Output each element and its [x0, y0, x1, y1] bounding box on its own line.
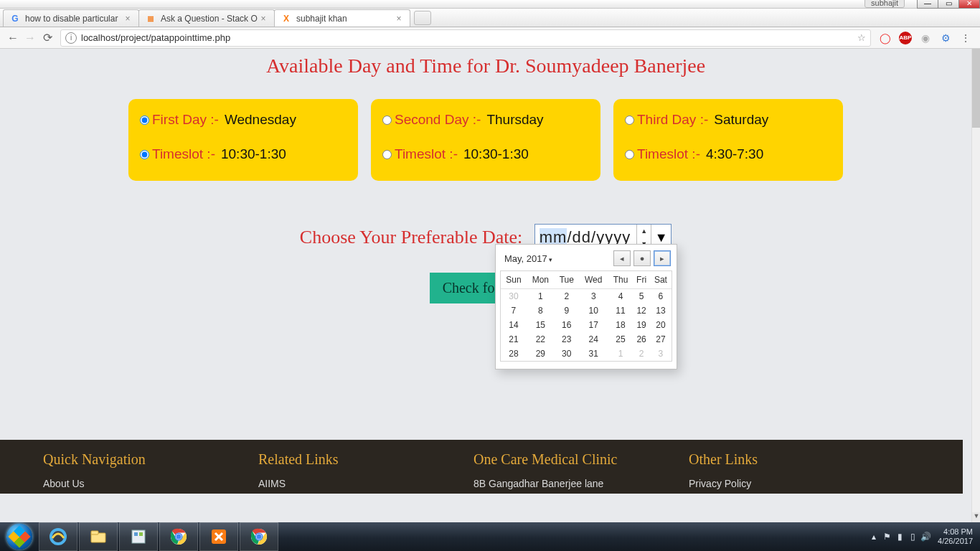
tab-close-icon[interactable]: ×	[394, 14, 404, 24]
abp-extension-icon[interactable]: ABP	[897, 30, 913, 46]
footer-link[interactable]: AIIMS	[258, 478, 473, 489]
calendar-day[interactable]: 8	[527, 303, 555, 318]
timeslot-label: Timeslot :-	[395, 146, 458, 162]
vertical-scrollbar[interactable]: ▼	[971, 49, 980, 522]
tab-favicon: X	[281, 13, 292, 24]
tray-clock[interactable]: 4:08 PM 4/26/2017	[938, 527, 973, 546]
footer-col-title: Quick Navigation	[43, 451, 258, 468]
calendar-day[interactable]: 13	[650, 303, 672, 318]
tab-close-icon[interactable]: ×	[123, 14, 133, 24]
calendar-day[interactable]: 29	[527, 347, 555, 361]
calendar-day[interactable]: 25	[608, 332, 633, 347]
calendar-day[interactable]: 5	[633, 289, 649, 304]
scrollbar-down-icon[interactable]: ▼	[972, 512, 980, 522]
browser-toolbar: ← → ⟳ i localhost/project/patappointtime…	[0, 27, 980, 49]
calendar-day[interactable]: 28	[501, 347, 527, 361]
site-info-icon[interactable]: i	[65, 32, 77, 44]
calendar-day[interactable]: 4	[608, 289, 633, 304]
calendar-dow-header: Thu	[608, 271, 633, 289]
calendar-day: 2	[633, 347, 649, 361]
calendar-day[interactable]: 20	[650, 318, 672, 332]
browser-tab[interactable]: Xsubhajit khan×	[274, 9, 410, 27]
bookmark-star-icon[interactable]: ☆	[857, 32, 866, 43]
calendar-day[interactable]: 22	[527, 332, 555, 347]
window-minimize-button[interactable]: —	[917, 0, 938, 9]
spinner-up-icon[interactable]: ▲	[637, 225, 651, 237]
calendar-day[interactable]: 14	[501, 318, 527, 332]
timeslot-radio[interactable]	[382, 150, 392, 159]
calendar-day[interactable]: 18	[608, 318, 633, 332]
calendar-today-button[interactable]: ●	[633, 250, 651, 266]
reload-button[interactable]: ⟳	[39, 29, 56, 47]
calendar-day[interactable]: 31	[579, 347, 608, 361]
calendar-day[interactable]: 19	[633, 318, 649, 332]
taskbar-chrome-button-2[interactable]	[240, 522, 278, 551]
settings-gear-icon[interactable]: ⚙	[938, 30, 953, 46]
calendar-day[interactable]: 15	[527, 318, 555, 332]
calendar-day[interactable]: 3	[579, 289, 608, 304]
windows-taskbar: ▴ ⚑ ▮ ▯ 🔊 4:08 PM 4/26/2017	[0, 522, 980, 551]
footer-link[interactable]: 8B Gangadhar Banerjee lane	[473, 478, 689, 489]
taskbar-explorer-button[interactable]	[79, 522, 118, 551]
window-maximize-button[interactable]: ▭	[938, 0, 959, 9]
calendar-day[interactable]: 6	[650, 289, 672, 304]
footer-link[interactable]: Privacy Policy	[689, 478, 904, 489]
calendar-next-button[interactable]: ▸	[654, 250, 671, 266]
taskbar-chrome-button[interactable]	[159, 522, 198, 551]
calendar-prev-button[interactable]: ◂	[613, 250, 631, 266]
tray-battery-icon[interactable]: ▯	[906, 532, 919, 542]
tab-close-icon[interactable]: ×	[258, 14, 268, 24]
day-radio[interactable]	[625, 116, 634, 125]
calendar-day[interactable]: 9	[555, 303, 579, 318]
windows-orb-icon	[6, 524, 32, 550]
tray-network-icon[interactable]: ▮	[893, 532, 906, 542]
calendar-day[interactable]: 27	[650, 332, 672, 347]
browser-tab[interactable]: Ghow to disable particular×	[3, 9, 139, 27]
start-button[interactable]	[0, 522, 39, 551]
opera-extension-icon[interactable]: ◯	[877, 30, 893, 46]
calendar-day[interactable]: 17	[579, 318, 608, 332]
svg-point-14	[257, 534, 262, 540]
calendar-day[interactable]: 24	[579, 332, 608, 347]
calendar-day[interactable]: 21	[501, 332, 527, 347]
calendar-day[interactable]: 11	[608, 303, 633, 318]
taskbar-xampp-button[interactable]	[199, 522, 238, 551]
calendar-day[interactable]: 26	[633, 332, 649, 347]
day-radio[interactable]	[382, 116, 392, 125]
footer-link[interactable]: About Us	[43, 478, 258, 489]
window-close-button[interactable]: ✕	[958, 0, 980, 9]
calendar-day[interactable]: 12	[633, 303, 649, 318]
timeslot-radio[interactable]	[140, 150, 149, 159]
taskbar-app-button[interactable]	[119, 522, 158, 551]
calendar-day[interactable]: 1	[527, 289, 555, 304]
calendar-day[interactable]: 7	[501, 303, 527, 318]
calendar-day[interactable]: 23	[555, 332, 579, 347]
back-button[interactable]: ←	[4, 29, 22, 47]
extension-icon[interactable]: ◉	[918, 30, 933, 46]
calendar-day[interactable]: 30	[555, 347, 579, 361]
calendar-grid: SunMonTueWedThuFriSat 301234567891011121…	[501, 271, 672, 361]
address-bar[interactable]: i localhost/project/patappointtime.php ☆	[60, 29, 871, 47]
timeslot-radio[interactable]	[625, 150, 634, 159]
day-label: Third Day :-	[637, 112, 708, 128]
new-tab-button[interactable]	[414, 11, 431, 25]
user-badge[interactable]: subhajit	[864, 0, 905, 8]
footer-column: One Care Medical Clinic8B Gangadhar Bane…	[473, 451, 689, 494]
calendar-day[interactable]: 2	[555, 289, 579, 304]
calendar-dow-header: Tue	[555, 271, 579, 289]
tray-show-hidden-icon[interactable]: ▴	[867, 532, 880, 542]
forward-button[interactable]: →	[22, 29, 39, 47]
tray-flag-icon[interactable]: ⚑	[880, 532, 893, 542]
scrollbar-thumb[interactable]	[972, 49, 980, 128]
browser-tab[interactable]: ≣Ask a Question - Stack O×	[138, 9, 275, 27]
tray-volume-icon[interactable]: 🔊	[919, 532, 932, 542]
calendar-dow-header: Wed	[579, 271, 608, 289]
chrome-menu-button[interactable]: ⋮	[958, 30, 974, 46]
day-card: First Day :-WednesdayTimeslot :-10:30-1:…	[128, 99, 358, 181]
calendar-day[interactable]: 16	[555, 318, 579, 332]
taskbar-ie-button[interactable]	[39, 522, 77, 551]
tab-favicon: ≣	[145, 13, 156, 24]
calendar-month-select[interactable]: May, 2017	[504, 253, 552, 264]
calendar-day[interactable]: 10	[579, 303, 608, 318]
day-radio[interactable]	[140, 116, 149, 125]
